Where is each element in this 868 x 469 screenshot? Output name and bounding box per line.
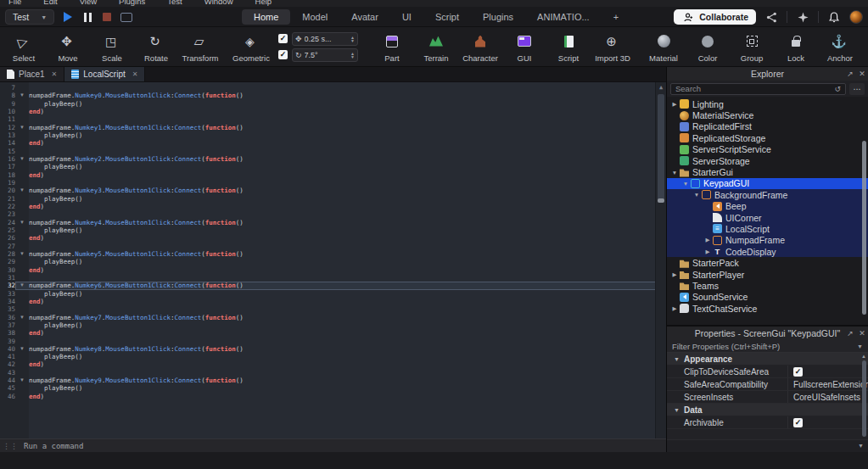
property-value[interactable]: ✓ [787, 416, 868, 428]
chevron-down-icon[interactable]: ▼ [692, 192, 701, 198]
tool-import-3d[interactable]: ⊕Import 3D [591, 27, 635, 66]
tree-item-starterplayer[interactable]: ▶StarterPlayer [667, 269, 868, 280]
ribbon-tab-home[interactable]: Home [242, 9, 290, 25]
share-icon[interactable] [764, 10, 778, 24]
property-value[interactable]: FullscreenExtension [787, 378, 868, 390]
menu-view[interactable]: View [80, 0, 97, 7]
chevron-right-icon[interactable]: ▶ [703, 248, 712, 255]
section-header-data[interactable]: ▼Data [667, 404, 868, 416]
tool-group[interactable]: Group [730, 27, 774, 66]
tree-item-soundservice[interactable]: SoundService [667, 292, 868, 303]
code-text[interactable]: playBeep() [29, 321, 82, 329]
close-icon[interactable]: ✕ [856, 329, 868, 338]
code-line[interactable]: 39 [0, 338, 666, 345]
chevron-down-icon[interactable]: ▼ [681, 181, 690, 187]
code-line[interactable]: 28▼numpadFrame.Numkey5.MouseButton1Click… [0, 250, 666, 258]
code-text[interactable]: numpadFrame.Numkey9.MouseButton1Click:Co… [29, 377, 244, 384]
code-text[interactable]: end) [29, 108, 44, 115]
properties-scrollbar-thumb[interactable] [862, 360, 866, 437]
code-line[interactable]: 15 [0, 148, 666, 155]
explorer-search-input[interactable]: Search ↺ [670, 83, 846, 95]
code-line[interactable]: 19 [0, 179, 666, 187]
tree-item-replicatedfirst[interactable]: ReplicatedFirst [667, 121, 868, 132]
tool-terrain[interactable]: Terrain [414, 27, 458, 66]
checkbox[interactable]: ✓ [793, 367, 803, 377]
scroll-up-arrow-icon[interactable]: ▲ [656, 82, 666, 92]
test-mode-dropdown[interactable]: Test ▼ [5, 9, 54, 25]
close-icon[interactable]: ✕ [856, 70, 868, 78]
code-line[interactable]: 24▼numpadFrame.Numkey4.MouseButton1Click… [0, 219, 666, 226]
tool-part[interactable]: Part [370, 27, 414, 66]
code-line[interactable]: 31 [0, 274, 666, 282]
code-text[interactable]: playBeep() [29, 258, 82, 265]
menu-file[interactable]: File [8, 0, 21, 7]
code-text[interactable]: numpadFrame.Numkey4.MouseButton1Click:Co… [29, 219, 244, 226]
code-line[interactable]: 26end) [0, 234, 666, 242]
code-line[interactable]: 45 playBeep() [0, 384, 666, 392]
chevron-down-icon[interactable]: ▼ [858, 443, 864, 449]
code-line[interactable]: 46end) [0, 393, 666, 400]
tree-item-localscript[interactable]: LocalScript [667, 223, 868, 234]
fold-arrow-icon[interactable]: ▼ [15, 219, 29, 226]
tree-item-startergui[interactable]: ▼StarterGui [667, 166, 868, 177]
code-line[interactable]: 34end) [0, 298, 666, 305]
tool-character[interactable]: Character [458, 27, 502, 66]
tree-item-serverstorage[interactable]: ServerStorage [667, 155, 868, 166]
code-line[interactable]: 42end) [0, 360, 666, 368]
fold-arrow-icon[interactable]: ▼ [15, 314, 29, 321]
ribbon-tab-plugins[interactable]: Plugins [471, 9, 525, 25]
property-value[interactable]: CoreUISafeInsets [787, 391, 868, 403]
popout-icon[interactable]: ↗ [844, 329, 856, 338]
code-text[interactable]: numpadFrame.Numkey7.MouseButton1Click:Co… [29, 314, 244, 321]
explorer-scrollbar-thumb[interactable] [862, 141, 866, 315]
ribbon-tab-script[interactable]: Script [423, 9, 471, 25]
chevron-right-icon[interactable]: ▶ [670, 305, 679, 312]
fold-arrow-icon[interactable]: ▼ [15, 377, 29, 384]
snap-rotate-checkbox[interactable]: ✓ [278, 50, 288, 59]
code-text[interactable]: end) [29, 329, 44, 337]
code-text[interactable]: playBeep() [29, 131, 82, 139]
code-line[interactable]: 23 [0, 210, 666, 218]
tool-anchor[interactable]: ⚓Anchor [818, 27, 862, 66]
code-line[interactable]: 22end) [0, 203, 666, 210]
fold-arrow-icon[interactable]: ▼ [15, 187, 29, 194]
code-line[interactable]: 44▼numpadFrame.Numkey9.MouseButton1Click… [0, 377, 666, 384]
code-text[interactable]: end) [29, 234, 44, 242]
ribbon-tab-avatar[interactable]: Avatar [339, 9, 390, 25]
code-text[interactable]: end) [29, 360, 44, 368]
close-icon[interactable]: ✕ [52, 70, 58, 78]
fold-arrow-icon[interactable]: ▼ [15, 92, 29, 99]
code-line[interactable]: 13 playBeep() [0, 131, 666, 139]
tree-item-lighting[interactable]: ▶Lighting [667, 98, 868, 109]
code-line[interactable]: 43 [0, 369, 666, 377]
chevron-right-icon[interactable]: ▶ [703, 237, 712, 243]
stepper-arrows[interactable]: ▲▼ [350, 36, 355, 42]
code-text[interactable]: numpadFrame.Numkey5.MouseButton1Click:Co… [29, 250, 244, 258]
fold-arrow-icon[interactable]: ▼ [15, 250, 29, 258]
command-input[interactable]: Run a command [24, 442, 83, 450]
snap-move-field[interactable]: ✥0.25 s...▲▼ [292, 32, 358, 46]
collaborate-button[interactable]: Collaborate [674, 9, 756, 25]
code-text[interactable]: playBeep() [29, 384, 82, 392]
menu-window[interactable]: Window [204, 0, 233, 7]
chevron-right-icon[interactable]: ▶ [670, 101, 679, 108]
tree-item-textchatservice[interactable]: ▶TextChatService [667, 303, 868, 314]
tree-item-materialservice[interactable]: MaterialService [667, 109, 868, 120]
tree-item-numpadframe[interactable]: ▶NumpadFrame [667, 235, 868, 246]
ribbon-tab-model[interactable]: Model [290, 9, 339, 25]
code-line[interactable]: 37 playBeep() [0, 321, 666, 329]
tree-item-keypadgui[interactable]: ▼KeypadGUI [667, 178, 868, 189]
tree-item-beep[interactable]: Beep [667, 201, 868, 212]
code-line[interactable]: 10end) [0, 108, 666, 115]
code-line[interactable]: 36▼numpadFrame.Numkey7.MouseButton1Click… [0, 314, 666, 321]
close-icon[interactable]: ✕ [132, 70, 138, 78]
scroll-up-arrow-icon[interactable]: ▲ [861, 354, 866, 359]
fold-arrow-icon[interactable]: ▼ [15, 345, 29, 353]
code-line[interactable]: 20▼numpadFrame.Numkey3.MouseButton1Click… [0, 187, 666, 194]
more-options-button[interactable]: ⋯ [849, 83, 865, 95]
code-text[interactable]: playBeep() [29, 100, 82, 108]
tool-rotate[interactable]: ↻Rotate [134, 27, 178, 66]
code-text[interactable]: end) [29, 203, 44, 210]
tree-item-backgroundframe[interactable]: ▼BackgroundFrame [667, 189, 868, 200]
code-text[interactable]: numpadFrame.Numkey3.MouseButton1Click:Co… [29, 187, 244, 194]
